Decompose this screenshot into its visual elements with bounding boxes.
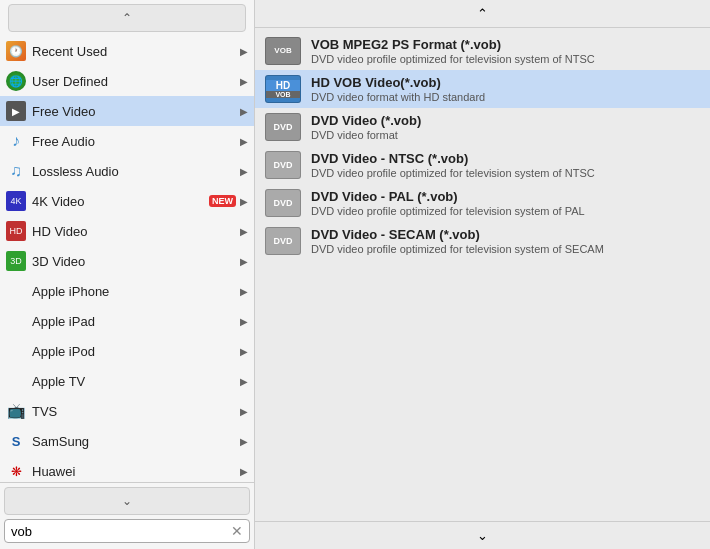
scroll-up-button[interactable]: ⌃ bbox=[8, 4, 246, 32]
format-icon-dvd-ntsc: DVD bbox=[265, 151, 301, 179]
left-item-label: 3D Video bbox=[32, 254, 236, 269]
format-icon-vob-mpeg2: VOB bbox=[265, 37, 301, 65]
submenu-arrow-icon: ▶ bbox=[240, 286, 248, 297]
format-info: DVD Video - SECAM (*.vob)DVD video profi… bbox=[311, 227, 604, 255]
clear-search-icon[interactable]: ✕ bbox=[231, 523, 243, 539]
format-desc: DVD video profile optimized for televisi… bbox=[311, 53, 595, 65]
left-item-3d-video[interactable]: 3D3D Video▶ bbox=[0, 246, 254, 276]
format-desc: DVD video format bbox=[311, 129, 421, 141]
submenu-arrow-icon: ▶ bbox=[240, 256, 248, 267]
left-item-label: Recent Used bbox=[32, 44, 236, 59]
left-item-samsung[interactable]: SSamSung▶ bbox=[0, 426, 254, 456]
submenu-arrow-icon: ▶ bbox=[240, 46, 248, 57]
format-icon-hd-vob: HDVOB bbox=[265, 75, 301, 103]
left-item-label: Lossless Audio bbox=[32, 164, 236, 179]
format-item-vob-mpeg2[interactable]: VOBVOB MPEG2 PS Format (*.vob)DVD video … bbox=[255, 32, 710, 70]
format-item-dvd-ntsc[interactable]: DVDDVD Video - NTSC (*.vob)DVD video pro… bbox=[255, 146, 710, 184]
left-item-apple-ipod[interactable]: Apple iPod▶ bbox=[0, 336, 254, 366]
submenu-arrow-icon: ▶ bbox=[240, 136, 248, 147]
format-name: DVD Video - SECAM (*.vob) bbox=[311, 227, 604, 242]
apple-icon bbox=[6, 311, 26, 331]
format-info: DVD Video - NTSC (*.vob)DVD video profil… bbox=[311, 151, 595, 179]
search-bar: ✕ bbox=[4, 519, 250, 543]
hd-icon: HD bbox=[6, 221, 26, 241]
left-item-label: Huawei bbox=[32, 464, 236, 479]
right-chevron-down-icon: ⌄ bbox=[477, 528, 488, 543]
submenu-arrow-icon: ▶ bbox=[240, 316, 248, 327]
left-item-recent-used[interactable]: 🕐Recent Used▶ bbox=[0, 36, 254, 66]
3d-icon: 3D bbox=[6, 251, 26, 271]
format-info: DVD Video (*.vob)DVD video format bbox=[311, 113, 421, 141]
right-scroll-bottom[interactable]: ⌄ bbox=[255, 521, 710, 549]
left-item-label: User Defined bbox=[32, 74, 236, 89]
left-item-label: TVS bbox=[32, 404, 236, 419]
left-item-user-defined[interactable]: 🌐User Defined▶ bbox=[0, 66, 254, 96]
free-audio-icon: ♪ bbox=[6, 131, 26, 151]
left-item-label: 4K Video bbox=[32, 194, 205, 209]
left-item-label: HD Video bbox=[32, 224, 236, 239]
format-info: HD VOB Video(*.vob)DVD video format with… bbox=[311, 75, 485, 103]
format-desc: DVD video profile optimized for televisi… bbox=[311, 243, 604, 255]
left-item-label: Apple iPhone bbox=[32, 284, 236, 299]
submenu-arrow-icon: ▶ bbox=[240, 406, 248, 417]
right-scroll-top[interactable]: ⌃ bbox=[255, 0, 710, 28]
huawei-icon: ❋ bbox=[6, 461, 26, 481]
left-panel: ⌃ 🕐Recent Used▶🌐User Defined▶▶Free Video… bbox=[0, 0, 255, 549]
left-item-free-video[interactable]: ▶Free Video▶ bbox=[0, 96, 254, 126]
left-item-apple-tv[interactable]: Apple TV▶ bbox=[0, 366, 254, 396]
samsung-icon: S bbox=[6, 431, 26, 451]
left-item-label: Apple TV bbox=[32, 374, 236, 389]
format-item-dvd-secam[interactable]: DVDDVD Video - SECAM (*.vob)DVD video pr… bbox=[255, 222, 710, 260]
lossless-icon: ♫ bbox=[6, 161, 26, 181]
format-item-dvd-pal[interactable]: DVDDVD Video - PAL (*.vob)DVD video prof… bbox=[255, 184, 710, 222]
right-chevron-up-icon: ⌃ bbox=[477, 6, 488, 21]
submenu-arrow-icon: ▶ bbox=[240, 196, 248, 207]
chevron-down-icon: ⌄ bbox=[122, 494, 132, 508]
format-icon-dvd-pal: DVD bbox=[265, 189, 301, 217]
recent-icon: 🕐 bbox=[6, 41, 26, 61]
user-def-icon: 🌐 bbox=[6, 71, 26, 91]
submenu-arrow-icon: ▶ bbox=[240, 166, 248, 177]
left-item-apple-iphone[interactable]: Apple iPhone▶ bbox=[0, 276, 254, 306]
left-item-label: Free Audio bbox=[32, 134, 236, 149]
submenu-arrow-icon: ▶ bbox=[240, 226, 248, 237]
format-name: DVD Video (*.vob) bbox=[311, 113, 421, 128]
tvs-icon: 📺 bbox=[6, 401, 26, 421]
left-item-lossless-audio[interactable]: ♫Lossless Audio▶ bbox=[0, 156, 254, 186]
format-name: DVD Video - NTSC (*.vob) bbox=[311, 151, 595, 166]
bottom-section: ⌄ ✕ bbox=[0, 482, 254, 549]
left-item-hd-video[interactable]: HDHD Video▶ bbox=[0, 216, 254, 246]
left-item-4k-video[interactable]: 4K4K VideoNEW▶ bbox=[0, 186, 254, 216]
submenu-arrow-icon: ▶ bbox=[240, 76, 248, 87]
right-panel: ⌃ VOBVOB MPEG2 PS Format (*.vob)DVD vide… bbox=[255, 0, 710, 549]
left-item-apple-ipad[interactable]: Apple iPad▶ bbox=[0, 306, 254, 336]
format-name: DVD Video - PAL (*.vob) bbox=[311, 189, 585, 204]
left-item-huawei[interactable]: ❋Huawei▶ bbox=[0, 456, 254, 482]
left-item-label: SamSung bbox=[32, 434, 236, 449]
format-desc: DVD video profile optimized for televisi… bbox=[311, 167, 595, 179]
submenu-arrow-icon: ▶ bbox=[240, 436, 248, 447]
format-item-hd-vob[interactable]: HDVOBHD VOB Video(*.vob)DVD video format… bbox=[255, 70, 710, 108]
left-item-label: Free Video bbox=[32, 104, 236, 119]
format-desc: DVD video profile optimized for televisi… bbox=[311, 205, 585, 217]
submenu-arrow-icon: ▶ bbox=[240, 106, 248, 117]
left-item-label: Apple iPod bbox=[32, 344, 236, 359]
left-item-free-audio[interactable]: ♪Free Audio▶ bbox=[0, 126, 254, 156]
apple-icon bbox=[6, 281, 26, 301]
format-list: VOBVOB MPEG2 PS Format (*.vob)DVD video … bbox=[255, 28, 710, 521]
new-badge: NEW bbox=[209, 195, 236, 207]
format-info: DVD Video - PAL (*.vob)DVD video profile… bbox=[311, 189, 585, 217]
left-item-tvs[interactable]: 📺TVS▶ bbox=[0, 396, 254, 426]
scroll-down-button[interactable]: ⌄ bbox=[4, 487, 250, 515]
submenu-arrow-icon: ▶ bbox=[240, 376, 248, 387]
4k-icon: 4K bbox=[6, 191, 26, 211]
submenu-arrow-icon: ▶ bbox=[240, 346, 248, 357]
search-input[interactable] bbox=[11, 524, 231, 539]
free-video-icon: ▶ bbox=[6, 101, 26, 121]
apple-icon bbox=[6, 371, 26, 391]
format-icon-dvd-video: DVD bbox=[265, 113, 301, 141]
format-item-dvd-video[interactable]: DVDDVD Video (*.vob)DVD video format bbox=[255, 108, 710, 146]
format-name: HD VOB Video(*.vob) bbox=[311, 75, 485, 90]
apple-icon bbox=[6, 341, 26, 361]
submenu-arrow-icon: ▶ bbox=[240, 466, 248, 477]
